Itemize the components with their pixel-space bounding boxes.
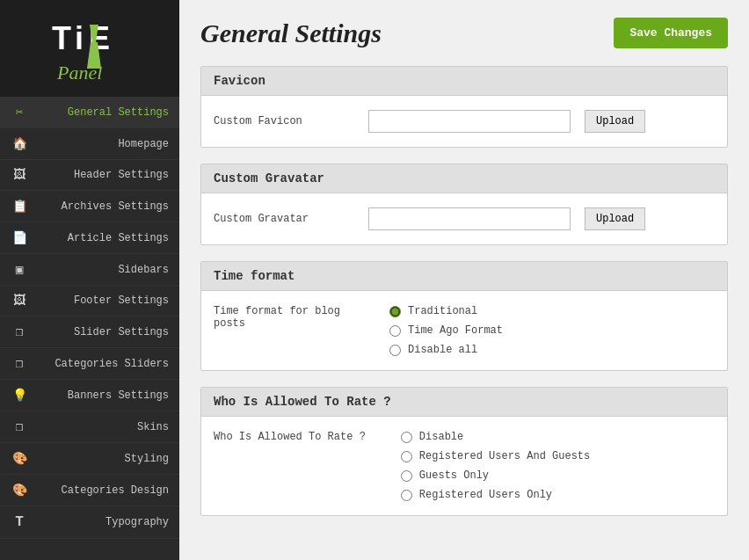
- sidebar-item-sidebars[interactable]: ▣ Sidebars: [0, 254, 179, 286]
- radio-registered-only-input[interactable]: [401, 490, 412, 501]
- sidebar-item-label: Footer Settings: [37, 295, 169, 307]
- radio-disable-all-input[interactable]: [389, 345, 401, 356]
- page-header: General Settings Save Changes: [200, 18, 728, 48]
- sidebar-item-label: General Settings: [37, 106, 169, 119]
- sidebar-item-skins[interactable]: ❒ Skins: [0, 411, 179, 443]
- sidebar-item-label: Categories Design: [37, 484, 169, 497]
- time-format-label: Time format for blog posts: [214, 305, 354, 330]
- save-button[interactable]: Save Changes: [614, 18, 728, 48]
- time-format-row: Time format for blog posts Traditional T…: [214, 305, 715, 356]
- svg-text:T: T: [52, 20, 71, 56]
- styling-icon: 🎨: [11, 451, 28, 466]
- radio-guests-only-label: Guests Only: [419, 469, 489, 482]
- sidebar-item-homepage[interactable]: 🏠 Homepage: [0, 128, 179, 160]
- sidebar-item-label: Typography: [37, 516, 169, 528]
- radio-time-ago-input[interactable]: [389, 325, 401, 337]
- radio-traditional-input[interactable]: [389, 306, 401, 317]
- sidebar-item-banners-settings[interactable]: 💡 Banners Settings: [0, 380, 179, 411]
- radio-registered-only[interactable]: Registered Users Only: [401, 489, 590, 501]
- radio-disable-rating-input[interactable]: [401, 432, 412, 443]
- homepage-icon: 🏠: [11, 136, 28, 151]
- sidebar-item-article-settings[interactable]: 📄 Article Settings: [0, 222, 179, 254]
- favicon-section-header: Favicon: [201, 67, 727, 96]
- gravatar-section: Custom Gravatar Custom Gravatar Upload: [200, 164, 728, 245]
- slider-icon: ❒: [11, 324, 28, 339]
- time-format-section: Time format Time format for blog posts T…: [200, 261, 728, 371]
- svg-text:i: i: [75, 20, 84, 56]
- svg-text:Panel: Panel: [56, 62, 102, 84]
- sidebar-item-label: Header Settings: [37, 169, 169, 181]
- favicon-input[interactable]: [368, 110, 571, 133]
- sidebar-item-label: Slider Settings: [37, 326, 169, 338]
- rating-section-header: Who Is Allowed To Rate ?: [201, 388, 727, 417]
- rating-radio-group: Disable Registered Users And Guests Gues…: [401, 431, 590, 501]
- sidebar-item-typography[interactable]: T Typography: [0, 506, 179, 539]
- sidebar-item-label: Article Settings: [37, 232, 169, 244]
- radio-guests-only-input[interactable]: [401, 470, 412, 482]
- radio-disable-rating-label: Disable: [419, 431, 463, 443]
- sidebar-item-label: Categories Sliders: [37, 358, 169, 370]
- rating-section: Who Is Allowed To Rate ? Who Is Allowed …: [200, 387, 728, 516]
- favicon-section-body: Custom Favicon Upload: [201, 96, 727, 147]
- radio-disable-all[interactable]: Disable all: [389, 344, 503, 356]
- radio-traditional-label: Traditional: [408, 305, 477, 317]
- radio-time-ago-label: Time Ago Format: [408, 324, 503, 337]
- logo-area: T i E Panel: [0, 0, 179, 97]
- banners-icon: 💡: [11, 388, 28, 403]
- radio-disable-rating[interactable]: Disable: [401, 431, 590, 443]
- sidebar-item-label: Skins: [37, 421, 169, 433]
- sidebar-item-categories-design[interactable]: 🎨 Categories Design: [0, 475, 179, 506]
- archives-icon: 📋: [11, 199, 28, 214]
- sidebar-items: ✂ General Settings 🏠 Homepage 🖼 Header S…: [0, 97, 179, 539]
- favicon-field-row: Custom Favicon Upload: [214, 110, 715, 133]
- radio-registered-only-label: Registered Users Only: [419, 489, 552, 501]
- favicon-section: Favicon Custom Favicon Upload: [200, 66, 728, 148]
- sidebar-item-categories-sliders[interactable]: ❒ Categories Sliders: [0, 348, 179, 380]
- sidebar-item-label: Homepage: [37, 138, 169, 150]
- favicon-upload-button[interactable]: Upload: [585, 110, 645, 133]
- time-format-radio-group: Traditional Time Ago Format Disable all: [389, 305, 503, 356]
- radio-disable-all-label: Disable all: [408, 344, 477, 356]
- sidebar-item-archives-settings[interactable]: 📋 Archives Settings: [0, 191, 179, 222]
- sidebar: T i E Panel ✂ General Settings 🏠 Homepag…: [0, 0, 179, 560]
- radio-registered-guests-label: Registered Users And Guests: [419, 450, 590, 462]
- page-title: General Settings: [200, 18, 382, 48]
- radio-traditional[interactable]: Traditional: [389, 305, 503, 317]
- main-content: General Settings Save Changes Favicon Cu…: [179, 0, 749, 560]
- radio-guests-only[interactable]: Guests Only: [401, 469, 590, 482]
- sidebars-icon: ▣: [11, 262, 28, 277]
- sidebar-item-general-settings[interactable]: ✂ General Settings: [0, 97, 179, 128]
- radio-registered-guests[interactable]: Registered Users And Guests: [401, 450, 590, 462]
- sidebar-item-label: Archives Settings: [37, 200, 169, 213]
- rating-section-body: Who Is Allowed To Rate ? Disable Registe…: [201, 417, 727, 515]
- radio-time-ago[interactable]: Time Ago Format: [389, 324, 503, 337]
- sidebar-item-label: Styling: [37, 453, 169, 465]
- favicon-label: Custom Favicon: [214, 115, 354, 127]
- sidebar-item-footer-settings[interactable]: 🖼 Footer Settings: [0, 286, 179, 316]
- time-format-section-header: Time format: [201, 262, 727, 291]
- sidebar-item-styling[interactable]: 🎨 Styling: [0, 443, 179, 475]
- general-settings-icon: ✂: [11, 105, 28, 120]
- time-format-section-body: Time format for blog posts Traditional T…: [201, 291, 727, 370]
- sidebar-item-label: Sidebars: [37, 264, 169, 276]
- radio-registered-guests-input[interactable]: [401, 451, 412, 462]
- gravatar-input[interactable]: [368, 207, 571, 230]
- rating-row: Who Is Allowed To Rate ? Disable Registe…: [214, 431, 715, 501]
- logo-icon: T i E Panel: [50, 16, 129, 86]
- gravatar-field-row: Custom Gravatar Upload: [214, 207, 715, 230]
- typography-icon: T: [11, 514, 28, 530]
- sidebar-item-header-settings[interactable]: 🖼 Header Settings: [0, 160, 179, 191]
- sidebar-item-label: Banners Settings: [37, 389, 169, 402]
- article-icon: 📄: [11, 230, 28, 245]
- gravatar-section-header: Custom Gravatar: [201, 164, 727, 193]
- rating-label: Who Is Allowed To Rate ?: [214, 431, 366, 443]
- sidebar-item-slider-settings[interactable]: ❒ Slider Settings: [0, 316, 179, 348]
- skins-icon: ❒: [11, 419, 28, 434]
- footer-icon: 🖼: [11, 294, 28, 308]
- gravatar-label: Custom Gravatar: [214, 213, 354, 225]
- gravatar-upload-button[interactable]: Upload: [585, 207, 645, 230]
- gravatar-section-body: Custom Gravatar Upload: [201, 193, 727, 244]
- cat-design-icon: 🎨: [11, 483, 28, 498]
- cat-sliders-icon: ❒: [11, 356, 28, 371]
- header-icon: 🖼: [11, 168, 28, 182]
